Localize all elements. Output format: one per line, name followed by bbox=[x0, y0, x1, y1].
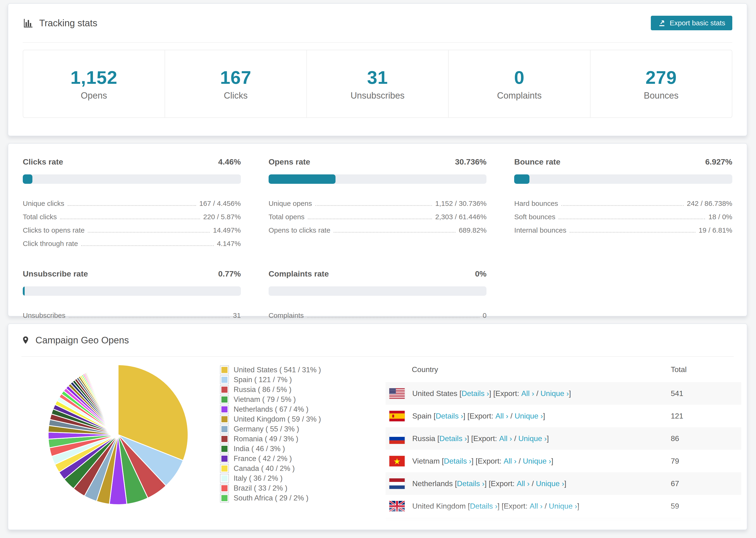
country-cell: Russia [Details ›] [Export: All › / Uniq… bbox=[386, 433, 671, 444]
geo-table-row-gb: United Kingdom [Details ›] [Export: All … bbox=[386, 495, 741, 517]
legend-label: Italy ( 36 / 2% ) bbox=[234, 474, 283, 483]
rate-head: Bounce rate6.927% bbox=[514, 157, 732, 166]
rate-section-opens-rate: Opens rate30.736%Unique opens1,152 / 30.… bbox=[269, 157, 487, 248]
geo-table-header: Country Total bbox=[386, 357, 741, 382]
legend-swatch bbox=[220, 435, 229, 443]
rate-row-label: Clicks to opens rate bbox=[23, 226, 84, 234]
details-link[interactable]: Details › bbox=[470, 502, 497, 511]
stat-number: 31 bbox=[367, 67, 388, 88]
rate-head: Unsubscribe rate0.77% bbox=[23, 269, 241, 278]
export-unique-link[interactable]: Unique › bbox=[536, 479, 564, 488]
legend-swatch bbox=[220, 375, 229, 384]
legend-item-romania[interactable]: Romania ( 49 / 3% ) bbox=[220, 434, 321, 444]
dotted-leader bbox=[68, 205, 196, 206]
country-cell: United Kingdom [Details ›] [Export: All … bbox=[386, 501, 671, 511]
rate-row-label: Opens to clicks rate bbox=[269, 226, 330, 234]
stat-box-opens: 1,152Opens bbox=[23, 50, 165, 117]
dotted-leader bbox=[69, 317, 230, 318]
legend-swatch bbox=[220, 385, 229, 394]
legend-swatch bbox=[220, 415, 229, 424]
rate-rows: Unsubscribes31 bbox=[23, 306, 241, 319]
export-all-link[interactable]: All › bbox=[530, 502, 543, 511]
legend-item-spain[interactable]: Spain ( 121 / 7% ) bbox=[220, 375, 321, 385]
details-link[interactable]: Details › bbox=[461, 389, 489, 398]
export-unique-link[interactable]: Unique › bbox=[540, 389, 569, 398]
export-all-link[interactable]: All › bbox=[521, 389, 534, 398]
legend-item-vietnam[interactable]: Vietnam ( 79 / 5% ) bbox=[220, 395, 321, 404]
rate-rows: Complaints0 bbox=[269, 306, 487, 319]
export-unique-link[interactable]: Unique › bbox=[518, 434, 547, 443]
legend-swatch bbox=[220, 494, 229, 503]
rate-progressbar-fill bbox=[23, 174, 32, 184]
legend-item-germany[interactable]: Germany ( 55 / 3% ) bbox=[220, 424, 321, 434]
rate-row-label: Soft bounces bbox=[514, 213, 555, 221]
rate-row-value: 167 / 4.456% bbox=[199, 199, 241, 207]
legend-item-france[interactable]: France ( 42 / 2% ) bbox=[220, 454, 321, 463]
tracking-stats-card: Tracking stats Export basic stats 1,152O… bbox=[8, 3, 747, 136]
stat-number: 0 bbox=[514, 67, 524, 88]
stats-summary-row: 1,152Opens167Clicks31Unsubscribes0Compla… bbox=[23, 50, 732, 118]
rate-progressbar-track bbox=[269, 286, 487, 296]
bar-chart-icon bbox=[23, 18, 33, 28]
legend-item-brazil[interactable]: Brazil ( 33 / 2% ) bbox=[220, 483, 321, 493]
geo-content: United States ( 541 / 31% )Spain ( 121 /… bbox=[8, 357, 747, 530]
details-link[interactable]: Details › bbox=[440, 434, 467, 443]
export-unique-link[interactable]: Unique › bbox=[523, 457, 551, 465]
details-link[interactable]: Details › bbox=[457, 479, 484, 488]
export-basic-stats-button[interactable]: Export basic stats bbox=[651, 16, 732, 30]
geo-header: Campaign Geo Opens bbox=[21, 324, 734, 357]
details-link[interactable]: Details › bbox=[444, 457, 471, 465]
dotted-leader bbox=[308, 219, 432, 219]
rate-title: Complaints rate bbox=[269, 269, 329, 278]
legend-item-canada[interactable]: Canada ( 40 / 2% ) bbox=[220, 463, 321, 473]
rate-section-clicks-rate: Clicks rate4.46%Unique clicks167 / 4.456… bbox=[23, 157, 241, 248]
tracking-stats-header: Tracking stats Export basic stats bbox=[23, 4, 732, 43]
legend-label: Vietnam ( 79 / 5% ) bbox=[234, 395, 296, 404]
legend-item-netherlands[interactable]: Netherlands ( 67 / 4% ) bbox=[220, 404, 321, 414]
country-name: Netherlands bbox=[412, 479, 453, 488]
rate-title: Unsubscribe rate bbox=[23, 269, 88, 278]
rate-value: 0% bbox=[475, 269, 486, 278]
export-unique-link[interactable]: Unique › bbox=[514, 412, 543, 420]
total-cell: 121 bbox=[671, 412, 741, 420]
legend-label: Brazil ( 33 / 2% ) bbox=[234, 484, 287, 493]
country-cell: Netherlands [Details ›] [Export: All › /… bbox=[386, 478, 671, 489]
details-link[interactable]: Details › bbox=[436, 412, 463, 420]
legend-item-india[interactable]: India ( 46 / 3% ) bbox=[220, 444, 321, 454]
legend-item-united-kingdom[interactable]: United Kingdom ( 59 / 3% ) bbox=[220, 414, 321, 424]
export-all-link[interactable]: All › bbox=[504, 457, 516, 465]
export-unique-link[interactable]: Unique › bbox=[549, 502, 577, 511]
rates-card: Clicks rate4.46%Unique clicks167 / 4.456… bbox=[8, 143, 747, 316]
rate-section-complaints-rate: Complaints rate0%Complaints0 bbox=[269, 269, 487, 319]
rate-progressbar-fill bbox=[23, 286, 25, 296]
rate-row-value: 14.497% bbox=[213, 226, 241, 234]
rate-row-value: 689.82% bbox=[459, 226, 486, 234]
legend-swatch bbox=[220, 474, 229, 483]
stat-box-unsubscribes: 31Unsubscribes bbox=[307, 50, 449, 117]
total-cell: 541 bbox=[671, 389, 741, 398]
legend-item-south-africa[interactable]: South Africa ( 29 / 2% ) bbox=[220, 493, 321, 503]
rate-head: Complaints rate0% bbox=[269, 269, 487, 278]
legend-item-russia[interactable]: Russia ( 86 / 5% ) bbox=[220, 385, 321, 395]
legend-label: France ( 42 / 2% ) bbox=[234, 455, 292, 463]
stat-label: Complaints bbox=[497, 91, 542, 101]
rate-row-value: 242 / 86.738% bbox=[687, 199, 732, 207]
geo-table-row-ru: Russia [Details ›] [Export: All › / Uniq… bbox=[386, 427, 741, 450]
export-all-link[interactable]: All › bbox=[517, 479, 530, 488]
geo-pie-chart[interactable] bbox=[45, 362, 191, 508]
legend-item-united-states[interactable]: United States ( 541 / 31% ) bbox=[220, 365, 321, 375]
legend-item-italy[interactable]: Italy ( 36 / 2% ) bbox=[220, 473, 321, 483]
rate-value: 4.46% bbox=[218, 157, 241, 166]
geo-table: Country Total United States [Details ›] … bbox=[386, 357, 741, 530]
export-all-link[interactable]: All › bbox=[495, 412, 508, 420]
geo-table-body: United States [Details ›] [Export: All ›… bbox=[386, 382, 741, 530]
dotted-leader bbox=[81, 245, 214, 246]
stat-number: 167 bbox=[220, 67, 251, 88]
rate-row: Opens to clicks rate689.82% bbox=[269, 221, 487, 234]
rates-grid: Clicks rate4.46%Unique clicks167 / 4.456… bbox=[8, 144, 747, 333]
export-all-link[interactable]: All › bbox=[499, 434, 512, 443]
rate-value: 30.736% bbox=[455, 157, 486, 166]
rate-row-value: 220 / 5.87% bbox=[203, 213, 241, 221]
country-name: Vietnam bbox=[412, 457, 440, 465]
stat-label: Clicks bbox=[224, 91, 247, 101]
